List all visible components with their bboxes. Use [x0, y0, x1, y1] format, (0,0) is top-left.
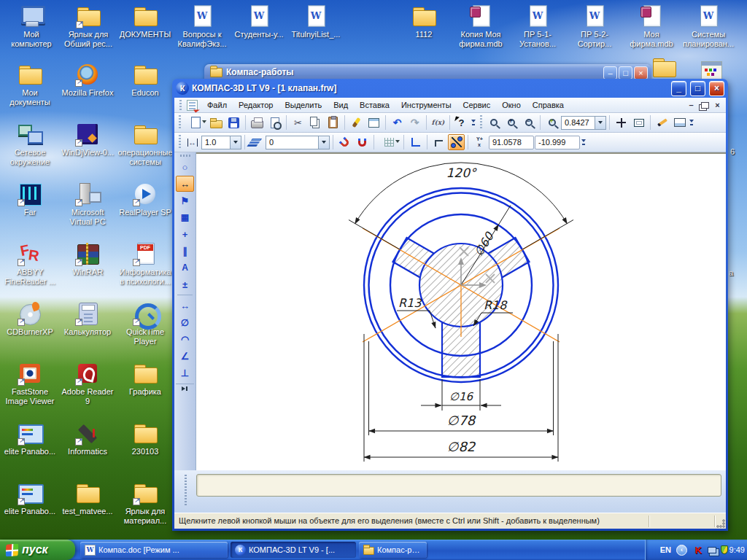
desktop-icon[interactable]: Информатика в психологи... — [117, 242, 174, 302]
diameter-dimension-button[interactable]: ∅ — [176, 314, 194, 330]
menu-item[interactable]: Инструменты — [395, 99, 457, 111]
desktop-icon[interactable]: Вопросы к КвалифЭкз... — [174, 4, 231, 48]
editing-panel-button[interactable]: + — [176, 226, 194, 242]
geometry-panel-button[interactable]: ○ — [176, 159, 194, 175]
menu-item[interactable]: Редактор — [233, 99, 279, 111]
menu-item[interactable]: Файл — [201, 99, 233, 111]
measure-panel-button[interactable]: A — [176, 260, 194, 276]
desktop-icon[interactable]: 1112 — [395, 4, 452, 48]
desktop-icon[interactable]: ПР 5-1-Установ... — [509, 4, 566, 48]
desktop-icon[interactable]: Студенты-у... — [231, 4, 287, 48]
menu-item[interactable]: Окно — [496, 99, 527, 111]
desktop-icon[interactable]: Mozilla Firefox — [59, 63, 116, 122]
desktop-icon[interactable]: ДОКУМЕНТЫ — [117, 4, 174, 48]
print-preview-button[interactable] — [266, 114, 283, 131]
desktop-icon[interactable]: Моя фирма.mdb — [623, 4, 680, 48]
undo-button[interactable] — [389, 114, 406, 131]
desktop-icon[interactable]: ПР 5-2-Сортир... — [566, 4, 623, 48]
drawing-canvas[interactable]: 120° ∅60 R13 R18 ∅16 ∅78 ∅82 — [196, 152, 726, 470]
desktop-icon[interactable]: FastStone Image Viewer — [1, 362, 58, 421]
desktop-icon[interactable]: Калькулятор — [59, 302, 116, 362]
variables-button[interactable]: f(x) — [430, 114, 446, 131]
title-bar[interactable]: КОМПАС-3D LT V9 - [1 клапан.frw] _ □ × — [174, 79, 726, 98]
new-document-button[interactable] — [184, 114, 207, 131]
toolbar-options-chevron[interactable] — [689, 115, 695, 130]
current-layer-combo[interactable]: 0 — [266, 136, 330, 149]
desktop-icon[interactable]: WinDjView-0... — [59, 122, 116, 182]
zoom-area-button[interactable] — [543, 114, 560, 131]
desktop-icon[interactable]: ABBYY FineReader ... — [1, 242, 58, 302]
cut-button[interactable] — [290, 114, 306, 131]
copy-button[interactable] — [307, 114, 324, 131]
menu-item[interactable]: Вид — [328, 99, 354, 111]
grid-button[interactable] — [377, 134, 400, 150]
desktop-icon[interactable]: Системы планирован... — [680, 4, 737, 48]
desktop-icon[interactable]: elite Panabo... — [1, 481, 58, 541]
desktop-icon[interactable]: Копия Моя фирма.mdb — [452, 4, 509, 48]
selection-panel-button[interactable]: ± — [176, 276, 194, 292]
desktop-icon[interactable]: RealPlayer SP — [117, 182, 174, 242]
desktop-icon[interactable]: Informatics — [59, 421, 116, 481]
cursor-step-combo[interactable]: 1.0 — [201, 136, 241, 149]
show-all-button[interactable] — [630, 114, 647, 131]
close-button[interactable]: × — [634, 66, 648, 79]
panel-grip[interactable] — [180, 155, 190, 157]
combo-dropdown-icon[interactable] — [595, 117, 605, 129]
document-icon[interactable] — [187, 100, 198, 111]
menu-item[interactable]: Вставка — [354, 99, 395, 111]
desktop-icon[interactable]: WinRAR — [59, 242, 116, 302]
start-button[interactable]: пуск — [0, 540, 75, 560]
redraw-button[interactable] — [654, 114, 670, 131]
redo-button[interactable] — [406, 114, 423, 131]
minimize-button[interactable]: _ — [671, 81, 686, 96]
dimensions-panel-button[interactable]: ↔ — [176, 176, 194, 192]
zoom-scale-combo[interactable]: 0.8427 — [561, 116, 606, 130]
round-off-snap-button[interactable] — [448, 134, 465, 150]
toolbar-grip[interactable] — [179, 100, 182, 111]
open-button[interactable] — [208, 114, 225, 131]
forbid-snap-button[interactable] — [354, 134, 371, 150]
property-bar-input[interactable] — [196, 474, 721, 497]
desktop-icon[interactable]: Сетевое окружение — [1, 122, 58, 182]
linear-dimension-button[interactable]: ↔ — [176, 298, 194, 314]
toolbar-options-chevron[interactable] — [471, 115, 477, 130]
desktop-icon[interactable]: Far — [1, 182, 58, 242]
menu-item[interactable]: Справка — [527, 99, 570, 111]
maximize-button[interactable]: □ — [619, 66, 632, 79]
update-tray-icon[interactable] — [721, 540, 728, 560]
print-button[interactable] — [249, 114, 266, 131]
desktop-icon[interactable]: TitulnyiList_... — [287, 4, 344, 48]
property-bar-grip[interactable] — [185, 475, 187, 507]
desktop-icon[interactable]: Мой компьютер — [3, 4, 60, 48]
toolbar-grip[interactable] — [179, 115, 181, 130]
combo-dropdown-icon[interactable] — [318, 136, 329, 149]
save-button[interactable] — [225, 114, 242, 131]
language-indicator[interactable]: EN — [660, 540, 671, 560]
angular-dimension-button[interactable]: ∠ — [176, 348, 194, 364]
desktop-icon[interactable]: Ярлык для материал... — [117, 481, 174, 541]
desktop-icon[interactable]: Ярлык для Обший рес... — [60, 4, 117, 48]
desktop-icon[interactable]: Мои документы — [1, 63, 58, 122]
document-manager-button[interactable] — [671, 114, 688, 131]
cursor-step-button[interactable] — [184, 134, 201, 150]
datum-button[interactable]: ⊥ — [176, 365, 194, 381]
desktop-icon[interactable]: Adobe Reader 9 — [59, 362, 116, 421]
menu-item[interactable]: Выделить — [279, 99, 328, 111]
coordinates-button[interactable] — [471, 134, 488, 150]
hide-icons-button[interactable]: ‹ — [676, 540, 687, 560]
radial-dimension-button[interactable]: ◠ — [176, 331, 194, 347]
toolbar-grip[interactable] — [179, 135, 181, 149]
minimize-button[interactable]: – — [603, 66, 617, 79]
desktop-icon[interactable]: QuickTime Player — [117, 302, 174, 362]
child-minimize-button[interactable]: – — [686, 101, 697, 109]
desktop-icon-image[interactable] — [651, 55, 676, 79]
combo-dropdown-icon[interactable] — [230, 136, 241, 149]
desktop-icon[interactable]: операционные системы — [117, 122, 174, 182]
taskbar-task[interactable]: Компас-работы — [359, 542, 427, 558]
context-help-button[interactable] — [453, 114, 470, 131]
desktop-icon[interactable]: CDBurnerXP — [1, 302, 58, 362]
network-tray-icon[interactable] — [708, 540, 716, 560]
zoom-select-button[interactable] — [485, 114, 502, 131]
pan-button[interactable] — [613, 114, 630, 131]
toolbar-grip[interactable] — [480, 115, 482, 130]
